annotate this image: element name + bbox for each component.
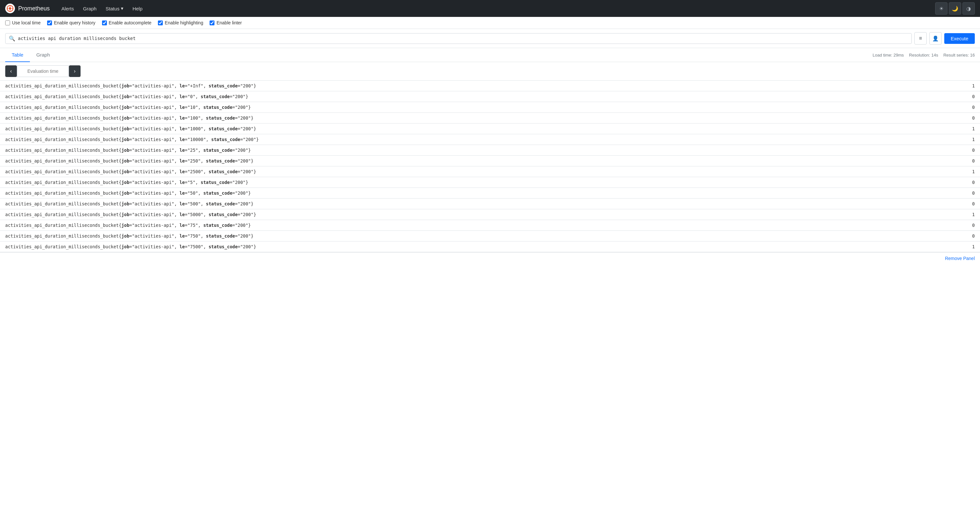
svg-point-1 — [9, 7, 11, 10]
metric-cell: activities_api_duration_milliseconds_buc… — [0, 134, 961, 145]
contrast-icon: ◑ — [966, 6, 971, 12]
tab-table[interactable]: Table — [5, 48, 30, 62]
enable-highlighting-label[interactable]: Enable highlighting — [158, 20, 203, 26]
remove-panel-link[interactable]: Remove Panel — [945, 256, 975, 261]
enable-query-history-checkbox[interactable] — [47, 21, 52, 26]
metric-cell: activities_api_duration_milliseconds_buc… — [0, 102, 961, 113]
value-cell: 0 — [961, 220, 980, 231]
eval-time-row: ‹ › — [0, 62, 980, 81]
table-row: activities_api_duration_milliseconds_buc… — [0, 231, 980, 241]
moon-icon-btn[interactable]: 🌙 — [949, 2, 961, 14]
metric-cell: activities_api_duration_milliseconds_buc… — [0, 220, 961, 231]
nav-help[interactable]: Help — [129, 3, 146, 14]
table-row: activities_api_duration_milliseconds_buc… — [0, 81, 980, 91]
metric-cell: activities_api_duration_milliseconds_buc… — [0, 199, 961, 209]
enable-linter-label[interactable]: Enable linter — [210, 20, 242, 26]
value-cell: 1 — [961, 123, 980, 134]
result-series: Result series: 16 — [943, 53, 975, 57]
enable-autocomplete-text: Enable autocomplete — [109, 20, 152, 26]
nav-status[interactable]: Status ▾ — [102, 3, 127, 14]
value-cell: 0 — [961, 177, 980, 188]
format-icon: ≡ — [919, 35, 922, 41]
resolution: Resolution: 14s — [909, 53, 939, 57]
value-cell: 0 — [961, 231, 980, 241]
execute-button[interactable]: Execute — [944, 33, 975, 44]
eval-time-input[interactable] — [17, 65, 69, 77]
next-time-button[interactable]: › — [69, 65, 81, 77]
table-row: activities_api_duration_milliseconds_buc… — [0, 123, 980, 134]
use-local-time-text: Use local time — [12, 20, 41, 26]
enable-autocomplete-checkbox[interactable] — [102, 21, 107, 26]
table-row: activities_api_duration_milliseconds_buc… — [0, 113, 980, 123]
chevron-down-icon: ▾ — [121, 6, 124, 11]
value-cell: 1 — [961, 81, 980, 91]
nav-graph[interactable]: Graph — [79, 3, 100, 14]
metric-cell: activities_api_duration_milliseconds_buc… — [0, 123, 961, 134]
panel-footer: Remove Panel — [0, 252, 980, 264]
enable-query-history-text: Enable query history — [54, 20, 95, 26]
metric-cell: activities_api_duration_milliseconds_buc… — [0, 145, 961, 156]
metric-cell: activities_api_duration_milliseconds_buc… — [0, 241, 961, 252]
table-row: activities_api_duration_milliseconds_buc… — [0, 177, 980, 188]
enable-linter-text: Enable linter — [216, 20, 242, 26]
load-time: Load time: 29ms — [872, 53, 904, 57]
tab-graph[interactable]: Graph — [30, 48, 57, 62]
enable-autocomplete-label[interactable]: Enable autocomplete — [102, 20, 152, 26]
value-cell: 1 — [961, 166, 980, 177]
tabs-row: Table Graph Load time: 29ms Resolution: … — [0, 48, 980, 62]
table-row: activities_api_duration_milliseconds_buc… — [0, 241, 980, 252]
moon-icon: 🌙 — [952, 6, 958, 12]
results-table: activities_api_duration_milliseconds_buc… — [0, 81, 980, 252]
nav-alerts[interactable]: Alerts — [57, 3, 78, 14]
value-cell: 0 — [961, 102, 980, 113]
enable-highlighting-text: Enable highlighting — [165, 20, 203, 26]
metric-cell: activities_api_duration_milliseconds_buc… — [0, 81, 961, 91]
metric-cell: activities_api_duration_milliseconds_buc… — [0, 231, 961, 241]
table-row: activities_api_duration_milliseconds_buc… — [0, 156, 980, 166]
table-row: activities_api_duration_milliseconds_buc… — [0, 91, 980, 102]
options-bar: Use local time Enable query history Enab… — [0, 17, 980, 29]
table-row: activities_api_duration_milliseconds_buc… — [0, 220, 980, 231]
search-input[interactable] — [18, 36, 908, 41]
metric-cell: activities_api_duration_milliseconds_buc… — [0, 177, 961, 188]
metric-cell: activities_api_duration_milliseconds_buc… — [0, 209, 961, 220]
contrast-icon-btn[interactable]: ◑ — [963, 2, 975, 14]
metric-cell: activities_api_duration_milliseconds_buc… — [0, 91, 961, 102]
metric-cell: activities_api_duration_milliseconds_buc… — [0, 188, 961, 199]
table-row: activities_api_duration_milliseconds_buc… — [0, 145, 980, 156]
value-cell: 1 — [961, 209, 980, 220]
prev-time-button[interactable]: ‹ — [5, 65, 17, 77]
navbar-right: ☀ 🌙 ◑ — [935, 2, 975, 14]
search-icon: 🔍 — [9, 35, 15, 41]
table-row: activities_api_duration_milliseconds_buc… — [0, 199, 980, 209]
value-cell: 0 — [961, 156, 980, 166]
search-bar: 🔍 ≡ 👤 Execute — [0, 29, 980, 48]
metric-cell: activities_api_duration_milliseconds_buc… — [0, 113, 961, 123]
use-local-time-label[interactable]: Use local time — [5, 20, 41, 26]
search-input-wrapper: 🔍 — [5, 33, 912, 44]
person-icon: 👤 — [932, 35, 939, 41]
value-cell: 0 — [961, 199, 980, 209]
meta-info: Load time: 29ms Resolution: 14s Result s… — [872, 53, 975, 57]
sun-icon-btn[interactable]: ☀ — [935, 2, 948, 14]
use-local-time-checkbox[interactable] — [5, 21, 10, 26]
enable-highlighting-checkbox[interactable] — [158, 21, 163, 26]
metrics-explorer-button[interactable]: 👤 — [929, 32, 942, 45]
value-cell: 0 — [961, 113, 980, 123]
table-row: activities_api_duration_milliseconds_buc… — [0, 188, 980, 199]
navbar: Prometheus Alerts Graph Status ▾ Help ☀ … — [0, 0, 980, 17]
nav-links: Alerts Graph Status ▾ Help — [57, 3, 928, 14]
metric-cell: activities_api_duration_milliseconds_buc… — [0, 166, 961, 177]
sun-icon: ☀ — [939, 6, 943, 12]
table-row: activities_api_duration_milliseconds_buc… — [0, 209, 980, 220]
enable-linter-checkbox[interactable] — [210, 21, 215, 26]
brand-name: Prometheus — [18, 5, 50, 12]
format-button[interactable]: ≡ — [914, 32, 927, 45]
value-cell: 1 — [961, 134, 980, 145]
enable-query-history-label[interactable]: Enable query history — [47, 20, 95, 26]
results-content: activities_api_duration_milliseconds_buc… — [0, 81, 980, 252]
value-cell: 0 — [961, 91, 980, 102]
brand-link[interactable]: Prometheus — [5, 3, 50, 13]
metric-cell: activities_api_duration_milliseconds_buc… — [0, 156, 961, 166]
tabs: Table Graph — [5, 48, 57, 62]
